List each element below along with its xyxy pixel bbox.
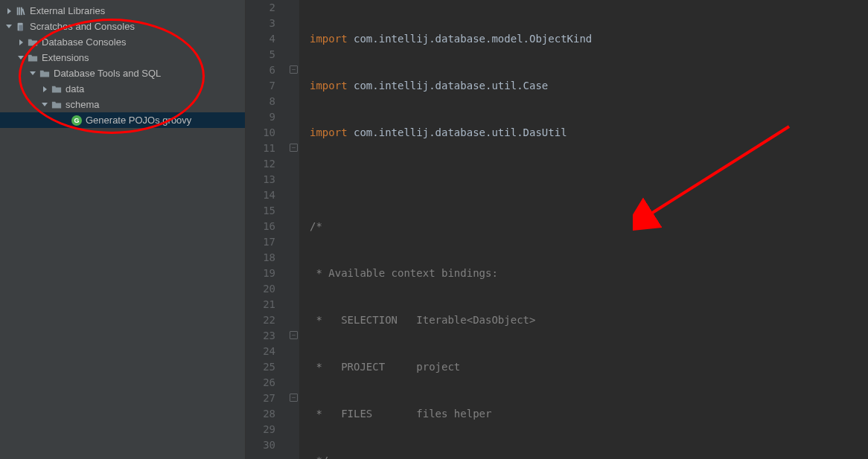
tree-item-generate-pojos[interactable]: G Generate POJOs.groovy — [0, 112, 245, 128]
chevron-right-icon — [16, 38, 25, 47]
svg-rect-2 — [21, 7, 22, 15]
library-icon — [15, 5, 27, 17]
scratch-icon — [15, 21, 27, 33]
fold-marker[interactable]: − — [290, 331, 298, 339]
svg-rect-0 — [17, 7, 19, 15]
tree-label: Extensions — [42, 52, 89, 63]
tree-label: Database Tools and SQL — [54, 68, 161, 79]
tree-item-extensions[interactable]: Extensions — [0, 50, 245, 65]
fold-gutter: − − − − — [289, 0, 299, 459]
chevron-down-icon — [28, 69, 37, 78]
tree-label: External Libraries — [30, 5, 105, 16]
chevron-right-icon — [40, 85, 49, 94]
folder-icon — [51, 83, 63, 95]
tree-label: Database Consoles — [42, 36, 126, 48]
folder-icon — [51, 99, 63, 111]
tree-item-db-consoles[interactable]: Database Consoles — [0, 34, 245, 50]
tree-item-external-libraries[interactable]: External Libraries — [0, 3, 245, 19]
tree-label: data — [66, 83, 84, 94]
tree-item-data[interactable]: data — [0, 81, 245, 97]
folder-icon — [39, 68, 51, 80]
chevron-down-icon — [40, 100, 49, 109]
svg-rect-3 — [22, 8, 25, 15]
fold-marker[interactable]: − — [290, 394, 298, 402]
code-editor[interactable]: 2 3 4 5 6 7 8 9 10 11 12 13 14 15 16 17 … — [246, 0, 868, 459]
fold-marker[interactable]: − — [290, 144, 298, 152]
code-area[interactable]: import com.intellij.database.model.Objec… — [299, 0, 843, 459]
tree-label: Scratches and Consoles — [30, 21, 135, 32]
tree-item-scratches[interactable]: Scratches and Consoles — [0, 19, 245, 34]
folder-icon — [27, 36, 39, 48]
project-tree-sidebar: External Libraries Scratches and Console… — [0, 0, 246, 459]
groovy-file-icon: G — [71, 115, 83, 126]
folder-icon — [27, 52, 39, 64]
svg-rect-5 — [19, 25, 22, 31]
fold-marker[interactable]: − — [290, 65, 298, 74]
tree-label: Generate POJOs.groovy — [86, 115, 191, 126]
svg-rect-1 — [19, 7, 20, 15]
chevron-down-icon — [4, 22, 13, 31]
tree-item-schema[interactable]: schema — [0, 97, 245, 112]
tree-item-db-tools-sql[interactable]: Database Tools and SQL — [0, 65, 245, 81]
chevron-right-icon — [4, 7, 13, 16]
chevron-down-icon — [16, 54, 25, 62]
tree-label: schema — [66, 99, 100, 110]
line-gutter: 2 3 4 5 6 7 8 9 10 11 12 13 14 15 16 17 … — [246, 0, 289, 459]
